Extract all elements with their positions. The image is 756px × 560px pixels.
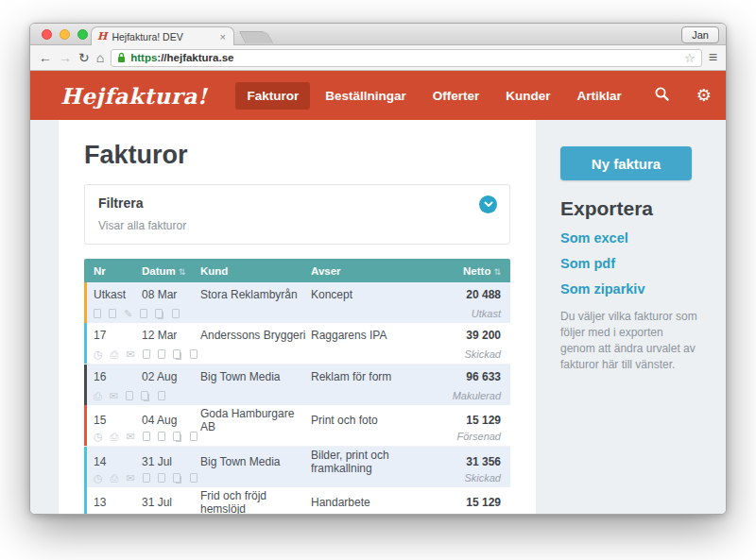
zoom-window-button[interactable] (77, 29, 88, 40)
nav-item-kunder[interactable]: Kunder (494, 82, 561, 110)
doc-icon[interactable] (190, 432, 198, 441)
printer-icon[interactable] (111, 431, 119, 442)
cell-avser: Raggarens IPA (311, 329, 411, 342)
filter-expand-button[interactable] (479, 195, 497, 213)
doc-icon[interactable] (190, 473, 198, 483)
clock-icon[interactable] (94, 472, 103, 484)
printer-icon[interactable] (111, 472, 119, 484)
copy-icon[interactable] (173, 349, 180, 359)
tab-close-icon[interactable]: × (218, 31, 228, 42)
doc-icon[interactable] (158, 432, 165, 441)
table-row[interactable]: 16 02 Aug Big Town Media Reklam för form… (84, 365, 510, 405)
browser-tab[interactable]: H Hejfaktura! DEV × (91, 26, 234, 45)
invoice-table: Nr Datum⇅ Kund Avser Netto⇅ Utkast 08 Ma… (84, 259, 510, 515)
export-title: Exportera (560, 197, 698, 220)
header-kund[interactable]: Kund (200, 265, 311, 277)
filter-subtitle: Visar alla fakturor (98, 219, 496, 232)
nav-item-offerter[interactable]: Offerter (421, 82, 491, 110)
copy-icon[interactable] (155, 309, 163, 318)
printer-icon[interactable] (111, 348, 119, 360)
cell-netto: 15 129 (411, 496, 501, 509)
doc-icon[interactable] (158, 391, 165, 400)
doc-icon[interactable] (109, 309, 116, 318)
cell-netto: 39 200 (411, 329, 501, 342)
export-excel-link[interactable]: Som excel (560, 230, 698, 246)
cell-avser: Reklam för form (311, 370, 411, 383)
doc-icon[interactable] (143, 432, 150, 441)
app-navbar: Hejfaktura! Fakturor Beställningar Offer… (30, 71, 726, 120)
header-nr[interactable]: Nr (94, 265, 142, 277)
row-action-icons (94, 472, 205, 484)
doc-icon[interactable] (190, 349, 198, 359)
export-pdf-link[interactable]: Som pdf (560, 256, 698, 271)
home-icon[interactable]: ⌂ (96, 51, 104, 64)
copy-icon[interactable] (141, 391, 148, 400)
pencil-icon[interactable] (124, 308, 132, 319)
search-icon[interactable] (646, 86, 679, 106)
url-bar[interactable]: https ://hejfaktura.se ☆ (111, 49, 701, 67)
cell-kund: Big Town Media (200, 455, 311, 468)
export-note: Du väljer vilka fakturor som följer med … (560, 309, 698, 373)
close-window-button[interactable] (42, 29, 52, 40)
cell-datum: 31 Jul (142, 496, 200, 509)
new-invoice-button[interactable]: Ny faktura (560, 146, 692, 180)
header-netto[interactable]: Netto⇅ (411, 265, 501, 277)
status-badge: Försenad (457, 431, 501, 442)
reload-icon[interactable]: ↻ (78, 51, 90, 64)
clock-icon[interactable] (94, 348, 103, 360)
header-datum[interactable]: Datum⇅ (142, 265, 200, 277)
back-icon[interactable]: ← (39, 51, 52, 64)
copy-icon[interactable] (173, 473, 180, 483)
cell-datum: 02 Aug (142, 370, 200, 383)
bookmark-star-icon[interactable]: ☆ (684, 51, 696, 65)
cell-kund: Stora Reklambyrån (200, 288, 311, 301)
cell-nr: 17 (94, 329, 142, 342)
envelope-icon[interactable] (110, 390, 118, 401)
table-row[interactable]: 15 04 Aug Goda Hamburgare AB Print och f… (84, 405, 510, 447)
page-content: Fakturor Filtrera Visar alla fakturor Nr… (30, 120, 726, 515)
row-action-icons (94, 390, 173, 401)
nav-item-fakturor[interactable]: Fakturor (235, 82, 310, 110)
chevron-down-icon (484, 201, 493, 208)
cell-netto: 96 633 (411, 370, 501, 383)
table-row[interactable]: Utkast 08 Mar Stora Reklambyrån Koncept … (84, 282, 510, 323)
status-badge: Utkast (472, 308, 501, 319)
clock-icon[interactable] (94, 431, 103, 442)
status-badge: Makulerad (453, 390, 501, 401)
cell-datum: 08 Mar (142, 288, 200, 301)
printer-icon[interactable] (94, 390, 102, 401)
export-zip-link[interactable]: Som ziparkiv (560, 281, 698, 297)
cell-kund: Goda Hamburgare AB (200, 407, 311, 433)
nav-item-bestallningar[interactable]: Beställningar (314, 82, 418, 110)
doc-icon[interactable] (143, 349, 150, 359)
doc-icon[interactable] (172, 309, 180, 318)
envelope-icon[interactable] (126, 472, 134, 484)
browser-toolbar: ← → ↻ ⌂ https ://hejfaktura.se ☆ ≡ (30, 45, 726, 71)
copy-icon[interactable] (173, 432, 180, 441)
browser-profile-button[interactable]: Jan (681, 26, 719, 43)
table-row[interactable]: 14 31 Jul Big Town Media Bilder, print o… (84, 447, 510, 487)
doc-icon[interactable] (140, 309, 147, 318)
envelope-icon[interactable] (126, 348, 134, 360)
doc-icon[interactable] (126, 391, 133, 400)
cell-kund: Big Town Media (200, 370, 311, 383)
sort-icon: ⇅ (179, 267, 186, 277)
browser-menu-icon[interactable]: ≡ (709, 49, 717, 66)
doc-icon[interactable] (158, 473, 165, 483)
doc-icon[interactable] (143, 473, 150, 483)
new-tab-button[interactable] (239, 31, 274, 43)
minimize-window-button[interactable] (60, 29, 70, 40)
gear-icon[interactable]: ⚙ (688, 85, 720, 106)
table-row[interactable]: 17 12 Mar Anderssons Bryggeri Raggarens … (84, 323, 510, 365)
table-row[interactable]: 13 31 Jul Frid och fröjd hemslöjd Handar… (84, 487, 510, 515)
header-avser[interactable]: Avser (311, 265, 411, 277)
doc-icon[interactable] (158, 349, 165, 359)
url-scheme: https (130, 52, 157, 63)
envelope-icon[interactable] (126, 431, 134, 442)
forward-icon[interactable]: → (59, 51, 72, 64)
filter-title: Filtrera (98, 195, 496, 211)
doc-icon[interactable] (94, 309, 101, 318)
nav-item-artiklar[interactable]: Artiklar (565, 82, 632, 110)
table-header: Nr Datum⇅ Kund Avser Netto⇅ (84, 259, 510, 282)
app-logo[interactable]: Hejfaktura! (60, 83, 207, 109)
